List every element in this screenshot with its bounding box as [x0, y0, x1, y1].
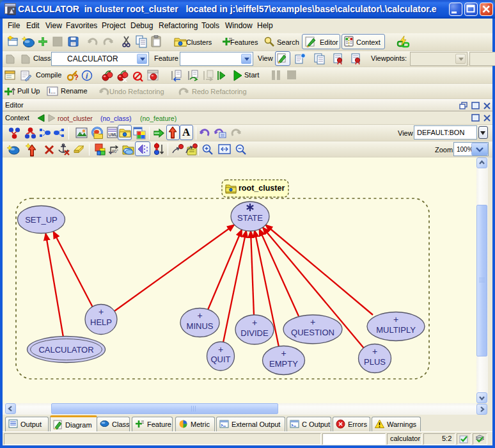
svg-text:+: +: [252, 317, 257, 328]
svg-text:EMPTY: EMPTY: [269, 359, 298, 369]
svg-text:MINUS: MINUS: [187, 321, 214, 331]
svg-text:+: +: [197, 310, 202, 321]
svg-text:+: +: [393, 314, 398, 324]
svg-text:+: +: [98, 307, 104, 317]
svg-text:UML: UML: [109, 132, 118, 137]
svg-text:QUESTION: QUESTION: [291, 328, 334, 337]
svg-text:?: ?: [74, 74, 79, 81]
svg-text:i: i: [86, 72, 88, 81]
svg-text:90°: 90°: [112, 149, 118, 154]
svg-text:DIVIDE: DIVIDE: [240, 328, 269, 338]
svg-text:I...: I...: [49, 88, 56, 95]
svg-text:+: +: [310, 317, 315, 327]
svg-text:MULTIPLY: MULTIPLY: [376, 325, 416, 335]
svg-text:CALCULATOR: CALCULATOR: [38, 345, 93, 355]
svg-text:SET_UP: SET_UP: [25, 215, 58, 225]
svg-text:QUIT: QUIT: [210, 355, 230, 364]
svg-text:+: +: [218, 344, 223, 355]
svg-text:+: +: [281, 348, 286, 358]
svg-text:STATE: STATE: [237, 213, 263, 223]
svg-text:root_cluster: root_cluster: [239, 184, 285, 193]
svg-text:HELP: HELP: [90, 317, 112, 327]
svg-text:PLUS: PLUS: [364, 357, 386, 367]
svg-text:+: +: [372, 346, 377, 356]
